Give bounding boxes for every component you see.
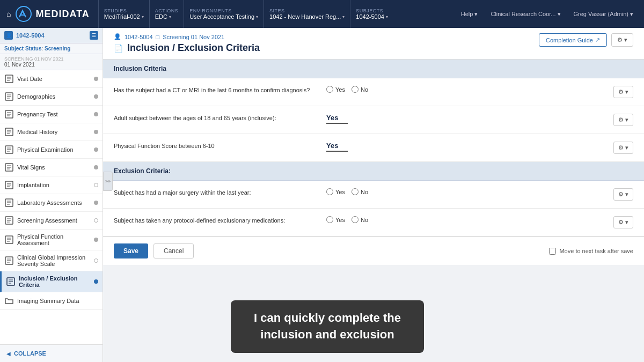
sidebar-item-physical-function[interactable]: Physical Function Assessment <box>0 230 103 250</box>
help-button[interactable]: Help ▾ <box>457 9 482 20</box>
q1-gear-button[interactable]: ⚙ ▾ <box>613 86 633 98</box>
sidebar-menu-icon[interactable]: ☰ <box>90 31 98 40</box>
eq2-no-label[interactable]: No <box>352 216 368 223</box>
eq1-no-label[interactable]: No <box>352 188 368 195</box>
form-icon <box>4 162 14 172</box>
q1-yes-radio[interactable] <box>326 86 333 93</box>
sidebar-collapse-button[interactable]: ◀ COLLAPSE <box>0 344 103 362</box>
q3-gear-button[interactable]: ⚙ ▾ <box>613 142 633 154</box>
coordinator-button[interactable]: Clinical Research Coor... ▾ <box>486 9 565 20</box>
page-title: Inclusion / Exclusion Criteria <box>127 42 260 54</box>
nav-environments[interactable]: ENVIRONMENTS User Acceptance Testing ▾ <box>184 0 264 28</box>
sites-value[interactable]: 1042 - New Hanover Reg... ▾ <box>269 13 345 20</box>
sidebar-collapse-toggle[interactable]: »» <box>103 172 113 191</box>
sidebar-item-implantation[interactable]: Implantation <box>0 176 103 194</box>
sidebar-item-inclusion-exclusion[interactable]: Inclusion / Exclusion Criteria <box>0 271 103 292</box>
exclusion-criteria-header: Exclusion Criteria: <box>103 162 644 181</box>
q2-gear-button[interactable]: ⚙ ▾ <box>613 114 633 126</box>
home-icon[interactable]: ⌂ <box>6 10 11 18</box>
actions-value[interactable]: EDC ▾ <box>155 13 179 20</box>
eq1-no-radio[interactable] <box>352 188 358 195</box>
eq1-answer: Yes No <box>326 188 605 195</box>
form-icon <box>4 127 14 137</box>
form-icon <box>4 145 14 154</box>
status-dot <box>94 201 98 205</box>
breadcrumb-visit: Screening 01 Nov 2021 <box>163 34 224 40</box>
eq2-gear: ⚙ ▾ <box>613 216 633 228</box>
eq1-question: Subject has had a major surgery within t… <box>114 188 318 197</box>
sidebar-item-physical-exam[interactable]: Physical Examination <box>0 141 103 159</box>
eq1-yes-radio[interactable] <box>326 188 333 195</box>
sidebar-item-label: Implantation <box>17 182 94 188</box>
sidebar-subject-id[interactable]: 1042-5004 <box>16 32 45 39</box>
cancel-button[interactable]: Cancel <box>153 243 194 258</box>
q1-radio-group: Yes No <box>326 86 605 93</box>
form-icon <box>4 92 14 101</box>
sidebar-item-label: Demographics <box>17 93 94 100</box>
sidebar-items-list: Visit Date Demographics Pregnancy Test M… <box>0 70 103 344</box>
main-header: 👤 1042-5004 □ Screening 01 Nov 2021 📄 In… <box>103 28 644 60</box>
sidebar-item-cgi[interactable]: Clinical Global Impression Severity Scal… <box>0 250 103 271</box>
status-dot <box>94 165 98 169</box>
form-footer: Save Cancel Move to next task after save <box>103 237 644 265</box>
q1-no-label[interactable]: No <box>352 86 368 93</box>
q2-answer[interactable]: Yes <box>326 114 605 124</box>
form-icon <box>4 216 14 225</box>
eq2-yes-label[interactable]: Yes <box>326 216 345 223</box>
eq2-yes-radio[interactable] <box>326 216 333 223</box>
eq2-gear-button[interactable]: ⚙ ▾ <box>613 216 633 228</box>
eq2-no-radio[interactable] <box>352 216 358 223</box>
sidebar-item-screening-assessment[interactable]: Screening Assessment <box>0 212 103 230</box>
form-body: Inclusion Criteria Has the subject had a… <box>103 60 644 265</box>
nav-sites[interactable]: SITES 1042 - New Hanover Reg... ▾ <box>264 0 350 28</box>
external-link-icon: ↗ <box>595 36 600 43</box>
eq1-yes-label[interactable]: Yes <box>326 188 345 195</box>
eq1-gear: ⚙ ▾ <box>613 188 633 201</box>
main-layout: 👤 1042-5004 ☰ Subject Status: Screening … <box>0 28 644 362</box>
sidebar-item-lab-assessments[interactable]: Laboratory Assessments <box>0 194 103 212</box>
completion-guide-button[interactable]: Completion Guide ↗ <box>539 33 607 47</box>
status-dot <box>94 279 98 284</box>
user-button[interactable]: Greg Vassar (Admin) ▾ <box>569 9 638 20</box>
q3-answer[interactable]: Yes <box>326 142 605 152</box>
environments-value[interactable]: User Acceptance Testing ▾ <box>189 13 258 20</box>
coordinator-chevron: ▾ <box>558 11 561 18</box>
q1-no-radio[interactable] <box>352 86 358 93</box>
move-next-label: Move to next task after save <box>559 248 633 254</box>
form-footer-actions: Save Cancel <box>114 243 194 258</box>
sidebar: 👤 1042-5004 ☰ Subject Status: Screening … <box>0 28 103 362</box>
q3-value: Yes <box>326 142 348 152</box>
gear-chevron: ▾ <box>624 36 627 43</box>
subjects-value[interactable]: 1042-5004 ▾ <box>356 13 388 20</box>
studies-value[interactable]: MediTrial-002 ▾ <box>104 13 144 20</box>
criteria-row-pfs: Physical Function Score between 6-10 Yes… <box>103 134 644 162</box>
sidebar-item-imaging[interactable]: Imaging Summary Data <box>0 292 103 310</box>
eq1-gear-button[interactable]: ⚙ ▾ <box>613 188 633 201</box>
sidebar-item-label: Vital Signs <box>17 164 94 171</box>
environments-label: ENVIRONMENTS <box>189 8 258 13</box>
sidebar-item-visit-date[interactable]: Visit Date <box>0 70 103 88</box>
q2-question: Adult subject between the ages of 18 and… <box>114 114 318 123</box>
main-title-row: 📄 Inclusion / Exclusion Criteria <box>114 42 260 54</box>
studies-chevron: ▾ <box>142 14 144 19</box>
nav-actions[interactable]: ACTIONS EDC ▾ <box>149 0 184 28</box>
sidebar-item-demographics[interactable]: Demographics <box>0 88 103 106</box>
sidebar-item-medical-history[interactable]: Medical History <box>0 123 103 141</box>
nav-subjects[interactable]: SUBJECTS 1042-5004 ▾ <box>350 0 393 28</box>
sidebar-item-pregnancy-test[interactable]: Pregnancy Test <box>0 106 103 123</box>
q2-value: Yes <box>326 114 348 124</box>
move-next-checkbox[interactable] <box>549 248 556 255</box>
status-dot <box>94 218 98 223</box>
main-gear-button[interactable]: ⚙ ▾ <box>611 33 633 47</box>
form-icon <box>4 235 14 245</box>
status-dot <box>94 77 98 81</box>
breadcrumb-subject[interactable]: 1042-5004 <box>125 34 153 40</box>
criteria-row-surgery: Subject has had a major surgery within t… <box>103 181 644 209</box>
sidebar-item-label: Screening Assessment <box>17 217 94 224</box>
q1-yes-label[interactable]: Yes <box>326 86 345 93</box>
nav-studies[interactable]: STUDIES MediTrial-002 ▾ <box>98 0 149 28</box>
help-chevron: ▾ <box>474 11 478 18</box>
sidebar-item-vital-signs[interactable]: Vital Signs <box>0 159 103 176</box>
save-button[interactable]: Save <box>114 243 148 258</box>
top-navigation: ⌂ MEDIDATA STUDIES MediTrial-002 ▾ ACTIO… <box>0 0 644 28</box>
